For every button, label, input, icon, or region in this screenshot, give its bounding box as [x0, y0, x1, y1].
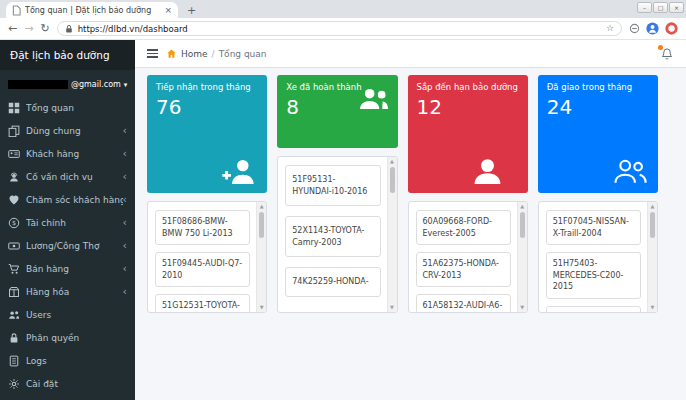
scroll-down-icon[interactable]: ▼ [651, 303, 655, 312]
user-menu[interactable]: @gmail.com ▾ [0, 70, 135, 96]
chevron-left-icon: ‹ [123, 171, 127, 182]
scrollbar[interactable]: ▲▼ [256, 202, 266, 312]
sidebar-item-label: Hàng hóa [26, 287, 123, 297]
lock-icon [65, 24, 73, 34]
breadcrumb: Home / Tổng quan [166, 48, 267, 59]
scroll-down-icon[interactable]: ▼ [260, 303, 264, 312]
copy-icon [8, 125, 20, 137]
vehicle-item: 51H75403-MERCEDES-C200-2015 [546, 252, 641, 299]
sidebar-item-label: Lương/Công Thợ [26, 241, 123, 251]
dashboard-icon [8, 102, 20, 114]
stat-card-sap-den-han: Sắp đến hạn bảo dưỡng 12 [408, 75, 528, 193]
vehicle-item: 51G12531-TOYOTA- [155, 294, 250, 313]
salary-icon [8, 240, 20, 252]
sales-cart-icon [8, 263, 20, 275]
scroll-up-icon[interactable]: ▲ [260, 202, 264, 211]
app-brand: Đặt lịch bảo dưỡng [0, 40, 135, 70]
sidebar: Đặt lịch bảo dưỡng @gmail.com ▾ Tổng qua… [0, 40, 135, 400]
sidebar-item-phan-quyen[interactable]: Phân quyền [0, 326, 135, 349]
sidebar-item-luong-cong-tho[interactable]: Lương/Công Thợ ‹ [0, 234, 135, 257]
scroll-up-icon[interactable]: ▲ [651, 202, 655, 211]
sidebar-item-tai-chinh[interactable]: $ Tài chính ‹ [0, 211, 135, 234]
breadcrumb-home-link[interactable]: Home [181, 49, 208, 59]
scrollbar[interactable]: ▲▼ [647, 202, 657, 312]
window-minimize-button[interactable]: – [637, 2, 652, 13]
scrollbar-thumb[interactable] [650, 212, 655, 238]
sidebar-item-khach-hang[interactable]: Khách hàng ‹ [0, 142, 135, 165]
stat-column-tiep-nhan: Tiếp nhận trong tháng 76 51F08686-BMW-BM… [147, 75, 267, 313]
logs-icon [8, 355, 20, 367]
vehicle-item: 51F95131-HYUNDAI-i10-2016 [285, 165, 380, 206]
scroll-up-icon[interactable]: ▲ [520, 202, 524, 211]
scroll-up-icon[interactable]: ▲ [390, 157, 394, 166]
breadcrumb-current: Tổng quan [219, 49, 267, 59]
caret-down-icon: ▾ [124, 81, 128, 89]
stat-value: 24 [547, 95, 649, 119]
user-email: @gmail.com [71, 80, 121, 89]
refresh-button[interactable]: ↻ [40, 23, 49, 34]
sidebar-item-cai-dat[interactable]: Cài đặt [0, 372, 135, 395]
chevron-left-icon: ‹ [123, 148, 127, 159]
sidebar-item-hang-hoa[interactable]: Hàng hóa ‹ [0, 280, 135, 303]
vehicle-item: 74K25259-HONDA- [285, 267, 380, 297]
new-tab-button[interactable]: + [187, 5, 196, 16]
profile-avatar-blue-icon[interactable] [646, 22, 659, 35]
finance-icon: $ [8, 217, 20, 229]
vehicle-item: 51A62375-HONDA-CRV-2013 [416, 252, 511, 287]
vehicle-item: 61A58132-AUDI-A6- [416, 294, 511, 313]
tab-close-icon[interactable]: × [164, 6, 172, 15]
notification-badge [658, 45, 663, 50]
window-close-button[interactable]: × [669, 2, 684, 13]
stat-column-sap-den-han: Sắp đến hạn bảo dưỡng 12 60A09668-FORD-E… [408, 75, 528, 313]
sidebar-item-ban-hang[interactable]: Bán hàng ‹ [0, 257, 135, 280]
sidebar-item-label: Cố vấn dịch vụ [26, 172, 123, 182]
scrollbar-thumb[interactable] [390, 167, 395, 193]
scrollbar-thumb[interactable] [259, 212, 264, 238]
sidebar-item-label: Chăm sóc khách hàng [26, 195, 123, 205]
scroll-down-icon[interactable]: ▼ [390, 303, 394, 312]
sidebar-item-logs[interactable]: Logs [0, 349, 135, 372]
scrollbar[interactable]: ▲▼ [387, 157, 397, 312]
dashboard-content: Tiếp nhận trong tháng 76 51F08686-BMW-BM… [135, 68, 686, 400]
window-controls: – □ × [637, 2, 684, 13]
sidebar-item-dung-chung[interactable]: Dùng chung ‹ [0, 119, 135, 142]
extension-icon[interactable] [629, 23, 640, 34]
home-icon [166, 48, 177, 59]
stat-value: 12 [417, 95, 519, 119]
window-maximize-button[interactable]: □ [653, 2, 668, 13]
sidebar-item-label: Khách hàng [26, 149, 123, 159]
vehicle-item: 52X1143-TOYOTA-Camry-2003 [285, 216, 380, 257]
scroll-down-icon[interactable]: ▼ [520, 303, 524, 312]
sidebar-item-cham-soc-khach-hang[interactable]: Chăm sóc khách hàng ‹ [0, 188, 135, 211]
forward-button[interactable]: → [24, 23, 33, 34]
customer-care-icon [8, 194, 20, 206]
bookmark-star-icon[interactable]: ☆ [606, 24, 614, 33]
sidebar-item-label: Dùng chung [26, 126, 123, 136]
settings-icon [8, 378, 20, 390]
back-button[interactable]: ← [8, 23, 17, 34]
profile-avatar-orange-icon[interactable] [665, 22, 678, 35]
permissions-icon [8, 332, 20, 344]
stat-value: 76 [156, 95, 258, 119]
browser-tab[interactable]: Tổng quan | Đặt lịch bảo dưỡng × [6, 2, 178, 18]
sidebar-item-co-van-dich-vu[interactable]: Cố vấn dịch vụ ‹ [0, 165, 135, 188]
sidebar-item-users[interactable]: Users [0, 303, 135, 326]
stat-card-tiep-nhan: Tiếp nhận trong tháng 76 [147, 75, 267, 193]
stat-title: Đã giao trong tháng [547, 82, 649, 93]
sidebar-toggle-button[interactable] [147, 49, 158, 58]
scrollbar-thumb[interactable] [520, 212, 525, 238]
address-bar[interactable]: https://dlbd.vn/dashboard ☆ [57, 21, 622, 36]
notifications-button[interactable] [660, 47, 674, 61]
chevron-left-icon: ‹ [123, 263, 127, 274]
vehicle-item: 51F08686-BMW-BMW 750 Li-2013 [155, 210, 250, 245]
page-favicon-icon [12, 5, 21, 16]
svg-text:$: $ [12, 219, 16, 227]
sidebar-item-tong-quan[interactable]: Tổng quan [0, 96, 135, 119]
stat-title: Sắp đến hạn bảo dưỡng [417, 82, 519, 93]
goods-icon [8, 286, 20, 298]
users-outline-icon [611, 157, 648, 185]
scrollbar[interactable]: ▲▼ [517, 202, 527, 312]
sidebar-item-label: Bán hàng [26, 264, 123, 274]
chevron-left-icon: ‹ [123, 217, 127, 228]
browser-window: Tổng quan | Đặt lịch bảo dưỡng × + – □ ×… [0, 0, 686, 400]
